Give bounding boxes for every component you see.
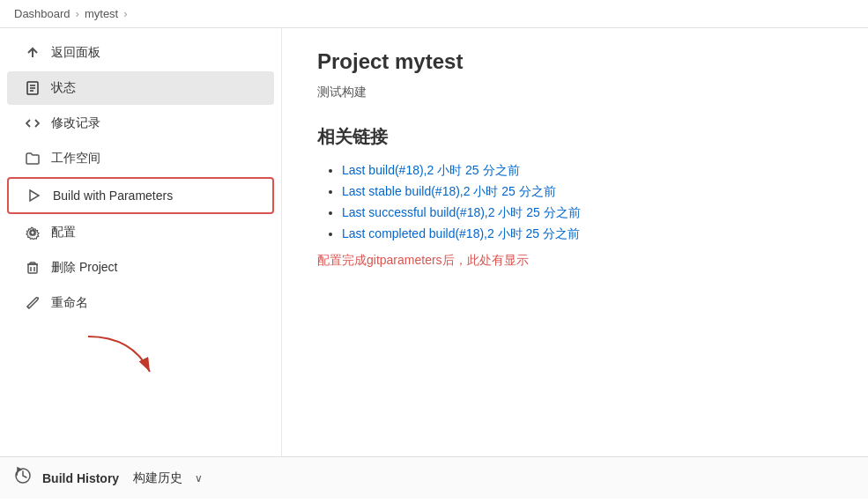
folder-icon [25, 151, 41, 166]
breadcrumb-dashboard[interactable]: Dashboard [14, 7, 70, 20]
sidebar: 返回面板 状态 修改记录 [0, 28, 282, 456]
list-item: Last successful build(#18),2 小时 25 分之前 [342, 205, 833, 221]
breadcrumb: Dashboard › mytest › [0, 0, 868, 28]
annotation-arrow [79, 328, 185, 381]
svg-marker-15 [18, 468, 21, 471]
doc-icon [25, 80, 41, 96]
last-stable-build-link[interactable]: Last stable build(#18),2 小时 25 分之前 [342, 184, 556, 198]
last-build-link[interactable]: Last build(#18),2 小时 25 分之前 [342, 163, 520, 177]
play-icon [26, 188, 42, 203]
last-completed-build-link[interactable]: Last completed build(#18),2 小时 25 分之前 [342, 226, 580, 240]
svg-line-12 [27, 307, 29, 308]
sidebar-back-label: 返回面板 [51, 45, 100, 61]
build-history-icon [14, 467, 32, 489]
sidebar-config-label: 配置 [51, 225, 76, 240]
sidebar-item-delete[interactable]: 删除 Project [7, 251, 274, 285]
sidebar-rename-label: 重命名 [51, 295, 88, 311]
sidebar-item-back[interactable]: 返回面板 [7, 36, 274, 70]
related-links-title: 相关链接 [317, 125, 833, 149]
list-item: Last completed build(#18),2 小时 25 分之前 [342, 226, 833, 242]
up-arrow-icon [25, 45, 41, 61]
sidebar-item-rename[interactable]: 重命名 [7, 286, 274, 320]
breadcrumb-sep1: › [76, 7, 79, 20]
sidebar-changes-label: 修改记录 [51, 115, 100, 131]
breadcrumb-sep2: › [123, 7, 127, 20]
sidebar-item-build[interactable]: Build with Parameters [7, 177, 274, 214]
sidebar-item-config[interactable]: 配置 [7, 216, 274, 249]
svg-marker-5 [30, 190, 39, 201]
pencil-icon [25, 295, 41, 311]
related-links-list: Last build(#18),2 小时 25 分之前 Last stable … [317, 163, 833, 242]
last-successful-build-link[interactable]: Last successful build(#18),2 小时 25 分之前 [342, 205, 581, 219]
svg-point-7 [31, 231, 35, 235]
note-text: 配置完成gitparameters后，此处有显示 [317, 253, 833, 269]
breadcrumb-mytest[interactable]: mytest [85, 7, 118, 20]
chevron-down-icon[interactable]: ∨ [195, 472, 203, 485]
sidebar-item-workspace[interactable]: 工作空间 [7, 142, 274, 175]
list-item: Last stable build(#18),2 小时 25 分之前 [342, 184, 833, 200]
project-desc: 测试构建 [317, 85, 833, 100]
sidebar-build-label: Build with Parameters [53, 189, 173, 203]
bottom-bar[interactable]: Build History 构建历史 ∨ [0, 456, 868, 499]
sidebar-workspace-label: 工作空间 [51, 151, 100, 166]
list-item: Last build(#18),2 小时 25 分之前 [342, 163, 833, 179]
main-layout: 返回面板 状态 修改记录 [0, 28, 868, 456]
build-history-cn-label: 构建历史 [133, 470, 182, 486]
build-history-label: Build History [42, 471, 119, 485]
sidebar-item-status[interactable]: 状态 [7, 71, 274, 105]
main-content: Project mytest 测试构建 相关链接 Last build(#18)… [282, 28, 868, 456]
sidebar-status-label: 状态 [51, 80, 76, 96]
sidebar-item-changes[interactable]: 修改记录 [7, 107, 274, 140]
trash-icon [25, 260, 41, 276]
gear-icon [25, 225, 41, 240]
code-icon [25, 115, 41, 131]
project-title: Project mytest [317, 49, 833, 74]
sidebar-delete-label: 删除 Project [51, 260, 117, 276]
svg-rect-9 [28, 264, 37, 273]
